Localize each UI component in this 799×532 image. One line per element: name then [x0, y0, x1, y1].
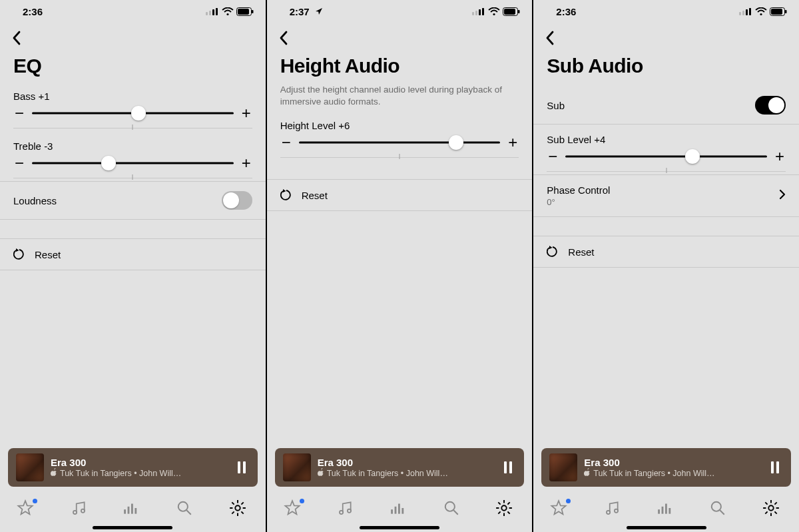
wifi-icon [222, 7, 234, 16]
svg-line-71 [765, 502, 767, 504]
apple-music-icon [318, 468, 324, 478]
reset-button[interactable]: Reset [533, 236, 799, 268]
now-playing-room: Era 300 [51, 457, 227, 468]
svg-line-72 [775, 511, 777, 513]
tab-music[interactable] [70, 499, 90, 519]
svg-rect-13 [135, 508, 137, 514]
tab-search[interactable] [176, 499, 196, 519]
page-description: Adjust the height channel audio level du… [267, 81, 533, 111]
slider-minus-button[interactable]: − [547, 148, 559, 164]
svg-rect-7 [252, 10, 254, 13]
nav-row[interactable]: Phase Control0° [533, 174, 799, 217]
back-button[interactable] [545, 36, 555, 47]
svg-rect-56 [771, 9, 782, 15]
apple-music-icon [584, 468, 591, 478]
tab-browse[interactable] [657, 499, 676, 519]
slider-plus-button[interactable]: + [240, 105, 252, 121]
svg-rect-37 [398, 504, 400, 514]
bars-icon [123, 507, 140, 519]
album-art [16, 453, 44, 481]
music-icon [603, 507, 621, 519]
chevron-right-icon [779, 189, 786, 203]
wifi-icon [488, 7, 500, 16]
tab-settings[interactable] [495, 499, 515, 519]
search-icon [709, 507, 726, 519]
search-icon [176, 507, 193, 519]
slider-thumb[interactable] [131, 106, 146, 121]
slider-minus-button[interactable]: − [13, 105, 25, 121]
slider-minus-button[interactable]: − [13, 155, 25, 171]
now-playing-bar[interactable]: Era 300 Tuk Tuk in Tangiers • John Will… [275, 448, 525, 487]
toggle-switch[interactable] [222, 191, 252, 210]
svg-rect-6 [238, 9, 249, 15]
slider-minus-button[interactable]: − [280, 134, 292, 150]
svg-rect-61 [661, 507, 663, 514]
battery-icon [236, 7, 254, 16]
svg-point-64 [712, 502, 721, 511]
page-title: Height Audio [267, 48, 533, 81]
tab-music[interactable] [603, 499, 623, 519]
toggle-switch[interactable] [755, 96, 786, 115]
svg-point-41 [502, 505, 507, 510]
svg-rect-38 [401, 508, 403, 514]
svg-point-59 [615, 509, 618, 513]
pause-button[interactable] [500, 457, 516, 477]
svg-point-4 [226, 13, 228, 15]
tab-browse[interactable] [123, 499, 142, 519]
svg-rect-35 [391, 509, 393, 514]
status-bar: 2:36 [0, 0, 266, 19]
svg-point-58 [607, 511, 610, 514]
star-icon [17, 507, 34, 519]
tab-favorites[interactable] [550, 499, 570, 519]
tab-music[interactable] [336, 499, 356, 519]
slider-row: −+ [13, 109, 252, 129]
slider-plus-button[interactable]: + [507, 134, 519, 150]
slider-label: Treble -3 [13, 140, 252, 152]
pause-button[interactable] [767, 457, 783, 477]
pause-button[interactable] [234, 457, 250, 477]
tab-settings[interactable] [762, 499, 782, 519]
tab-browse[interactable] [390, 499, 409, 519]
now-playing-bar[interactable]: Era 300 Tuk Tuk in Tangiers • John Will… [541, 448, 791, 487]
reset-button[interactable]: Reset [0, 238, 266, 270]
slider-track[interactable] [32, 153, 234, 173]
now-playing-room: Era 300 [584, 457, 760, 468]
slider-row: −+ [280, 138, 519, 158]
reset-button[interactable]: Reset [267, 179, 533, 211]
slider-plus-button[interactable]: + [240, 155, 252, 171]
tab-search[interactable] [443, 499, 463, 519]
slider-label: Height Level +6 [280, 120, 519, 131]
slider-track[interactable] [565, 146, 767, 166]
svg-rect-0 [206, 12, 208, 15]
svg-point-66 [768, 505, 773, 510]
svg-rect-3 [216, 8, 218, 15]
svg-line-22 [241, 511, 243, 513]
svg-point-34 [348, 509, 351, 513]
slider-thumb[interactable] [449, 135, 463, 150]
status-time: 2:36 [23, 6, 43, 17]
svg-rect-1 [209, 11, 211, 15]
star-icon [284, 507, 301, 519]
svg-rect-60 [658, 509, 660, 514]
slider-section: Treble -3−+ [0, 131, 266, 181]
slider-plus-button[interactable]: + [774, 148, 786, 164]
slider-section: Bass +1−+ [0, 81, 266, 131]
tab-settings[interactable] [229, 499, 249, 519]
svg-line-24 [241, 502, 243, 504]
back-button[interactable] [279, 36, 288, 47]
tab-favorites[interactable] [284, 499, 304, 519]
toggle-row: Sub [533, 87, 799, 125]
slider-thumb[interactable] [101, 156, 116, 170]
home-indicator [93, 526, 172, 529]
home-indicator [360, 526, 439, 529]
tab-favorites[interactable] [17, 499, 37, 519]
svg-rect-50 [739, 12, 741, 15]
slider-track[interactable] [299, 133, 501, 152]
tab-search[interactable] [709, 499, 729, 519]
slider-track[interactable] [32, 103, 234, 123]
svg-point-14 [178, 502, 188, 511]
back-button[interactable] [12, 36, 21, 47]
now-playing-bar[interactable]: Era 300 Tuk Tuk in Tangiers • John Will… [8, 448, 258, 487]
slider-thumb[interactable] [685, 149, 700, 164]
battery-icon [503, 7, 520, 16]
